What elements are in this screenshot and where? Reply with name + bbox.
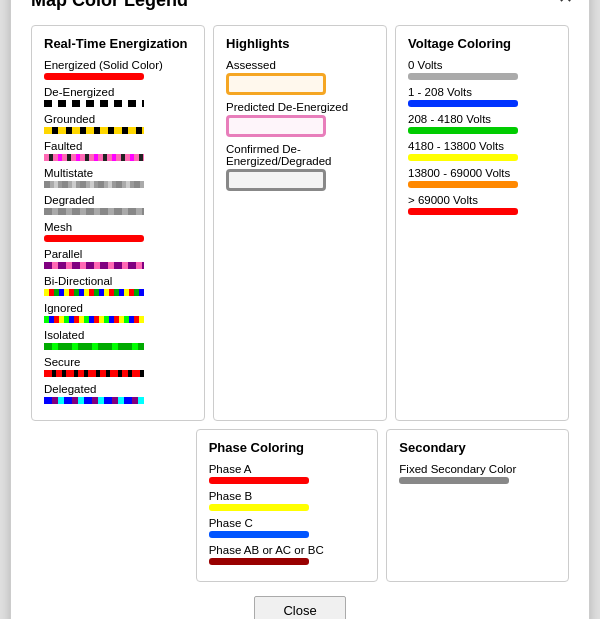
legend-swatch (209, 504, 309, 511)
legend-swatch (44, 343, 144, 350)
legend-label: Energized (Solid Color) (44, 59, 192, 71)
legend-swatch (209, 531, 309, 538)
secondary-panel: Secondary Fixed Secondary Color (386, 429, 569, 582)
legend-label: Secure (44, 356, 192, 368)
legend-swatch (44, 289, 144, 296)
legend-label: Confirmed De-Energized/Degraded (226, 143, 374, 167)
list-item: 0 Volts (408, 59, 556, 80)
list-item: 13800 - 69000 Volts (408, 167, 556, 188)
close-button[interactable]: Close (254, 596, 345, 619)
legend-swatch (44, 127, 144, 134)
highlights-panel: Highlights Assessed Predicted De-Energiz… (213, 25, 387, 421)
list-item: Faulted (44, 140, 192, 161)
list-item: 1 - 208 Volts (408, 86, 556, 107)
legend-label: Isolated (44, 329, 192, 341)
list-item: Multistate (44, 167, 192, 188)
legend-label: Faulted (44, 140, 192, 152)
legend-swatch (399, 477, 509, 484)
list-item: Energized (Solid Color) (44, 59, 192, 80)
list-item: Confirmed De-Energized/Degraded (226, 143, 374, 191)
legend-swatch (44, 181, 144, 188)
legend-label: Bi-Directional (44, 275, 192, 287)
legend-label: Mesh (44, 221, 192, 233)
legend-swatch (209, 558, 309, 565)
legend-label: Phase AB or AC or BC (209, 544, 366, 556)
close-x-button[interactable]: ✕ (558, 0, 573, 6)
legend-label: 1 - 208 Volts (408, 86, 556, 98)
legend-label: 208 - 4180 Volts (408, 113, 556, 125)
highlights-header: Highlights (226, 36, 374, 51)
voltage-header: Voltage Coloring (408, 36, 556, 51)
real-time-header: Real-Time Energization (44, 36, 192, 51)
legend-label: Parallel (44, 248, 192, 260)
legend-swatch (44, 316, 144, 323)
legend-swatch (226, 115, 326, 137)
legend-swatch (44, 154, 144, 161)
legend-swatch (44, 262, 144, 269)
legend-label: 0 Volts (408, 59, 556, 71)
legend-swatch (408, 73, 518, 80)
legend-swatch (408, 154, 518, 161)
list-item: Assessed (226, 59, 374, 95)
legend-swatch (408, 127, 518, 134)
real-time-panel: Real-Time Energization Energized (Solid … (31, 25, 205, 421)
legend-label: Phase C (209, 517, 366, 529)
legend-label: Degraded (44, 194, 192, 206)
legend-label: Assessed (226, 59, 374, 71)
legend-label: De-Energized (44, 86, 192, 98)
legend-swatch (209, 477, 309, 484)
legend-swatch (44, 73, 144, 80)
legend-swatch (44, 208, 144, 215)
phase-panel: Phase Coloring Phase A Phase B Phase C P… (196, 429, 379, 582)
map-color-legend-dialog: Map Color Legend ✕ Real-Time Energizatio… (10, 0, 590, 619)
bottom-columns: Phase Coloring Phase A Phase B Phase C P… (31, 429, 569, 582)
legend-label: 13800 - 69000 Volts (408, 167, 556, 179)
secondary-header: Secondary (399, 440, 556, 455)
list-item: Predicted De-Energized (226, 101, 374, 137)
legend-label: Delegated (44, 383, 192, 395)
voltage-panel: Voltage Coloring 0 Volts 1 - 208 Volts 2… (395, 25, 569, 421)
list-item: Fixed Secondary Color (399, 463, 556, 484)
legend-swatch (226, 169, 326, 191)
list-item: Phase C (209, 517, 366, 538)
legend-swatch (44, 235, 144, 242)
legend-swatch (408, 181, 518, 188)
legend-swatch (408, 100, 518, 107)
legend-label: Multistate (44, 167, 192, 179)
legend-swatch (44, 100, 144, 107)
legend-label: Fixed Secondary Color (399, 463, 556, 475)
list-item: Isolated (44, 329, 192, 350)
list-item: Degraded (44, 194, 192, 215)
legend-swatch (44, 370, 144, 377)
list-item: Parallel (44, 248, 192, 269)
legend-label: Grounded (44, 113, 192, 125)
legend-label: Ignored (44, 302, 192, 314)
legend-label: Phase B (209, 490, 366, 502)
top-columns: Real-Time Energization Energized (Solid … (31, 25, 569, 421)
list-item: Mesh (44, 221, 192, 242)
dialog-title: Map Color Legend (31, 0, 569, 11)
dialog-footer: Close (31, 596, 569, 619)
list-item: Phase A (209, 463, 366, 484)
legend-label: Predicted De-Energized (226, 101, 374, 113)
legend-swatch (408, 208, 518, 215)
list-item: 4180 - 13800 Volts (408, 140, 556, 161)
list-item: Bi-Directional (44, 275, 192, 296)
phase-header: Phase Coloring (209, 440, 366, 455)
list-item: 208 - 4180 Volts (408, 113, 556, 134)
list-item: Ignored (44, 302, 192, 323)
list-item: Phase B (209, 490, 366, 511)
list-item: Delegated (44, 383, 192, 404)
legend-label: 4180 - 13800 Volts (408, 140, 556, 152)
legend-swatch (226, 73, 326, 95)
legend-label: > 69000 Volts (408, 194, 556, 206)
list-item: De-Energized (44, 86, 192, 107)
list-item: Grounded (44, 113, 192, 134)
list-item: Phase AB or AC or BC (209, 544, 366, 565)
list-item: > 69000 Volts (408, 194, 556, 215)
legend-swatch (44, 397, 144, 404)
legend-label: Phase A (209, 463, 366, 475)
list-item: Secure (44, 356, 192, 377)
